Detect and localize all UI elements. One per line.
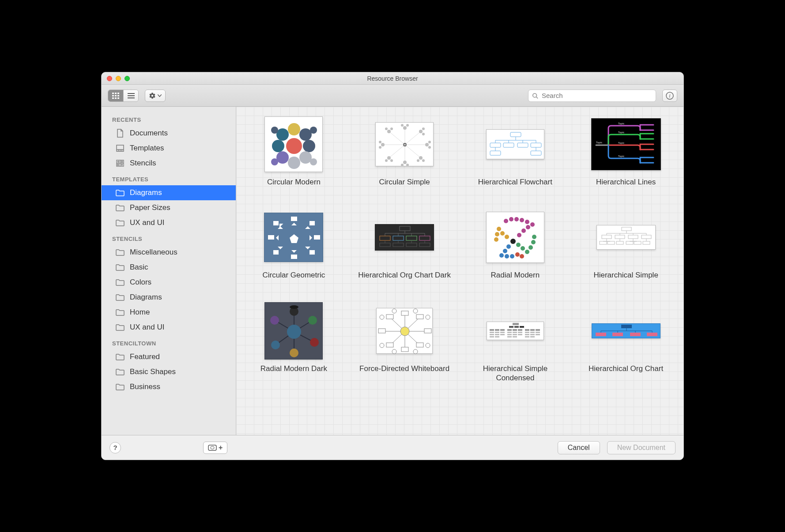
sidebar-item-label: Documents — [130, 129, 168, 138]
template-circular-geometric[interactable]: Circular Geometric — [241, 209, 347, 280]
sidebar-item-label: Home — [130, 308, 150, 317]
svg-point-149 — [505, 254, 509, 259]
search-input[interactable] — [541, 91, 652, 100]
svg-rect-236 — [500, 332, 505, 333]
sidebar-item-colors[interactable]: Colors — [102, 275, 236, 290]
template-hierarchical-org-chart[interactable]: Hierarchical Org Chart — [573, 302, 679, 383]
sidebar-item-basic[interactable]: Basic — [102, 260, 236, 275]
svg-point-24 — [118, 161, 119, 162]
sidebar-item-ux-ui-templates[interactable]: UX and UI — [102, 215, 236, 230]
svg-point-154 — [528, 245, 533, 250]
sidebar-item-basic-shapes[interactable]: Basic Shapes — [102, 364, 236, 379]
template-label: Hierarchical Simple — [591, 270, 660, 280]
content-area: Circular Modern — [236, 107, 683, 435]
svg-rect-206 — [401, 311, 408, 315]
add-linked-folder-button[interactable]: + — [203, 442, 227, 454]
template-thumbnail — [462, 302, 569, 360]
sidebar-item-featured[interactable]: Featured — [102, 349, 236, 364]
template-label: Radial Modern Dark — [258, 364, 330, 373]
svg-point-155 — [531, 240, 536, 244]
svg-rect-2 — [117, 93, 119, 94]
svg-point-215 — [380, 343, 384, 348]
template-circular-modern[interactable]: Circular Modern — [241, 116, 347, 187]
svg-rect-227 — [500, 329, 505, 331]
link-icon — [208, 445, 217, 451]
template-label: Hierarchical Flowchart — [476, 177, 555, 187]
sidebar-item-miscellaneous[interactable]: Miscellaneous — [102, 245, 236, 260]
sidebar-item-stencils-recent[interactable]: Stencils — [102, 156, 236, 171]
svg-point-141 — [505, 235, 509, 239]
svg-point-69 — [385, 159, 388, 162]
sidebar-item-documents[interactable]: Documents — [102, 126, 236, 141]
svg-rect-231 — [525, 329, 529, 331]
svg-marker-98 — [291, 250, 297, 253]
info-button[interactable]: i — [662, 90, 677, 102]
svg-text:Topic: Topic — [596, 141, 602, 144]
svg-rect-211 — [386, 343, 393, 347]
template-label: Force-Directed Whiteboard — [357, 364, 452, 373]
svg-point-52 — [390, 127, 393, 130]
svg-point-147 — [503, 249, 507, 253]
folder-icon — [116, 382, 125, 391]
template-thumbnail — [351, 116, 458, 173]
svg-point-70 — [390, 159, 393, 162]
svg-point-29 — [276, 128, 289, 141]
list-icon — [128, 93, 135, 98]
svg-point-59 — [425, 143, 429, 146]
template-circular-simple[interactable]: Circular Simple — [351, 116, 458, 187]
template-thumbnail: Topic TopicTopicTopicTopic — [573, 116, 679, 173]
sidebar-item-label: Featured — [130, 352, 160, 361]
svg-point-145 — [494, 237, 498, 242]
svg-point-37 — [271, 127, 278, 134]
template-force-directed-whiteboard[interactable]: Force-Directed Whiteboard — [351, 302, 458, 383]
template-hierarchical-flowchart[interactable]: Hierarchical Flowchart — [462, 116, 569, 187]
sidebar-item-business[interactable]: Business — [102, 379, 236, 394]
templates-icon — [116, 144, 125, 153]
info-icon: i — [666, 92, 674, 100]
folder-icon — [116, 308, 125, 317]
svg-point-217 — [392, 309, 396, 313]
template-radial-modern[interactable]: Radial Modern — [462, 209, 569, 280]
help-button[interactable]: ? — [109, 442, 121, 453]
zoom-window-button[interactable] — [125, 76, 130, 81]
sidebar-item-templates-recent[interactable]: Templates — [102, 141, 236, 156]
template-radial-modern-dark[interactable]: Radial Modern Dark — [241, 302, 347, 383]
svg-rect-250 — [530, 334, 535, 335]
template-hierarchical-simple-condensed[interactable]: Hierarchical Simple Condensed — [462, 302, 569, 383]
svg-rect-254 — [507, 336, 512, 337]
new-document-button[interactable]: New Document — [607, 441, 676, 454]
sidebar-item-paper-sizes[interactable]: Paper Sizes — [102, 200, 236, 215]
sidebar-item-home[interactable]: Home — [102, 305, 236, 320]
list-view-button[interactable] — [123, 90, 138, 101]
svg-point-219 — [392, 349, 396, 354]
svg-rect-7 — [115, 97, 117, 99]
svg-point-60 — [428, 141, 431, 143]
sidebar-item-ux-ui-stencils[interactable]: UX and UI — [102, 320, 236, 335]
svg-marker-94 — [290, 234, 298, 243]
svg-line-42 — [389, 131, 405, 145]
sidebar-item-label: Colors — [130, 278, 151, 287]
sidebar-item-diagrams-stencils[interactable]: Diagrams — [102, 290, 236, 305]
svg-rect-128 — [406, 243, 417, 247]
svg-rect-1 — [115, 93, 117, 94]
svg-rect-130 — [419, 243, 430, 247]
template-hierarchical-simple[interactable]: Hierarchical Simple — [573, 209, 679, 280]
actions-menu-button[interactable] — [145, 90, 166, 102]
search-field[interactable] — [528, 90, 656, 102]
svg-point-134 — [526, 225, 530, 229]
cancel-button[interactable]: Cancel — [558, 441, 600, 454]
template-thumbnail — [241, 116, 347, 173]
svg-rect-239 — [518, 332, 522, 333]
svg-rect-268 — [647, 333, 657, 336]
grid-view-button[interactable] — [108, 90, 123, 101]
close-window-button[interactable] — [107, 76, 112, 81]
template-hierarchical-org-chart-dark[interactable]: Hierarchical Org Chart Dark — [351, 209, 458, 280]
svg-point-156 — [532, 235, 536, 239]
svg-marker-100 — [276, 235, 279, 240]
svg-point-142 — [500, 231, 505, 236]
template-hierarchical-lines[interactable]: Topic TopicTopicTopicTopic Hierarchical … — [573, 116, 679, 187]
sidebar-item-diagrams[interactable]: Diagrams — [102, 185, 236, 200]
minimize-window-button[interactable] — [116, 76, 121, 81]
svg-point-68 — [387, 156, 391, 160]
sidebar-item-label: Basic — [130, 263, 148, 272]
